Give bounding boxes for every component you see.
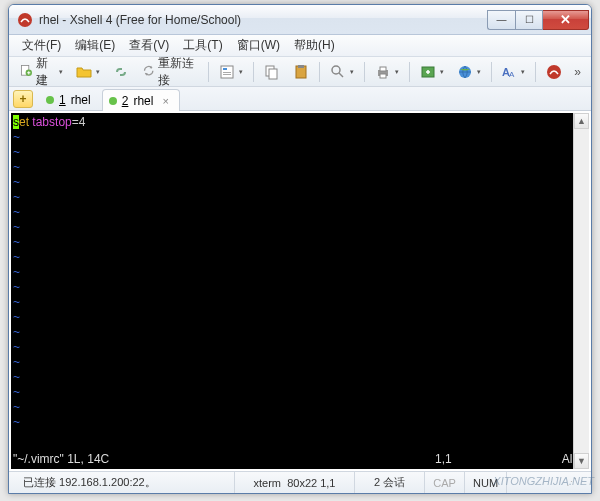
open-button[interactable]: ▾ <box>71 61 105 83</box>
tab-label: rhel <box>71 93 91 107</box>
transfer-button[interactable]: ▾ <box>415 61 449 83</box>
new-label: 新建 <box>36 55 55 89</box>
globe-icon <box>457 64 473 80</box>
separator <box>364 62 365 82</box>
maximize-button[interactable]: ☐ <box>515 10 543 30</box>
vim-file-info: "~/.vimrc" 1L, 14C <box>13 452 109 467</box>
status-dot-icon <box>46 96 54 104</box>
status-terminal: xterm 80x22 1,1 <box>235 472 355 493</box>
find-button[interactable]: ▾ <box>325 61 359 83</box>
terminal-tilde: ~ <box>13 220 589 235</box>
scroll-down-icon[interactable]: ▼ <box>574 453 589 469</box>
reconnect-icon <box>142 64 155 80</box>
terminal-tilde: ~ <box>13 310 589 325</box>
terminal-container: set tabstop=4 ~ ~ ~ ~ ~ ~ ~ ~ ~ ~ ~ ~ ~ … <box>9 111 591 471</box>
tab-1[interactable]: 1 rhel <box>39 88 102 110</box>
dropdown-icon: ▾ <box>477 68 481 76</box>
separator <box>253 62 254 82</box>
terminal-tilde: ~ <box>13 385 589 400</box>
menu-window[interactable]: 窗口(W) <box>230 35 287 56</box>
tab-number: 2 <box>122 94 129 108</box>
terminal[interactable]: set tabstop=4 ~ ~ ~ ~ ~ ~ ~ ~ ~ ~ ~ ~ ~ … <box>11 113 589 469</box>
statusbar: 已连接 192.168.1.200:22。 xterm 80x22 1,1 2 … <box>9 471 591 493</box>
menubar: 文件(F) 编辑(E) 查看(V) 工具(T) 窗口(W) 帮助(H) <box>9 35 591 57</box>
font-icon: AA <box>501 64 517 80</box>
printer-icon <box>375 64 391 80</box>
vim-status-line: "~/.vimrc" 1L, 14C 1,1 All <box>13 452 575 467</box>
print-button[interactable]: ▾ <box>370 61 404 83</box>
transfer-icon <box>420 64 436 80</box>
xshell-button[interactable] <box>541 61 567 83</box>
link-button[interactable] <box>108 61 134 83</box>
scroll-up-icon[interactable]: ▲ <box>574 113 589 129</box>
dropdown-icon: ▾ <box>96 68 100 76</box>
terminal-tilde: ~ <box>13 400 589 415</box>
paste-icon <box>293 64 309 80</box>
terminal-tilde: ~ <box>13 175 589 190</box>
copy-icon <box>264 64 280 80</box>
link-icon <box>113 64 129 80</box>
terminal-tilde: ~ <box>13 370 589 385</box>
add-tab-button[interactable]: + <box>13 90 33 108</box>
svg-text:A: A <box>509 70 515 79</box>
separator <box>409 62 410 82</box>
close-button[interactable]: ✕ <box>543 10 589 30</box>
resize-grip[interactable]: ⋰ <box>507 472 585 493</box>
font-button[interactable]: AA ▾ <box>496 61 530 83</box>
menu-tools[interactable]: 工具(T) <box>176 35 229 56</box>
terminal-tilde: ~ <box>13 190 589 205</box>
app-icon <box>17 12 33 28</box>
status-connection: 已连接 192.168.1.200:22。 <box>15 472 235 493</box>
terminal-tilde: ~ <box>13 355 589 370</box>
properties-icon <box>219 64 235 80</box>
toolbar-overflow[interactable]: » <box>570 65 585 79</box>
minimize-button[interactable]: — <box>487 10 515 30</box>
terminal-tilde: ~ <box>13 340 589 355</box>
terminal-tilde: ~ <box>13 145 589 160</box>
paste-button[interactable] <box>288 61 314 83</box>
tabbar: + 1 rhel 2 rhel × <box>9 87 591 111</box>
search-icon <box>330 64 346 80</box>
status-numlock: NUM <box>465 472 507 493</box>
separator <box>208 62 209 82</box>
terminal-tilde: ~ <box>13 235 589 250</box>
tab-close-icon[interactable]: × <box>162 95 168 107</box>
dropdown-icon: ▾ <box>239 68 243 76</box>
folder-icon <box>76 64 92 80</box>
window-controls: — ☐ ✕ <box>487 10 589 30</box>
vim-scroll-pct: All <box>535 452 575 467</box>
svg-rect-13 <box>380 67 386 71</box>
status-dot-icon <box>109 97 117 105</box>
dropdown-icon: ▾ <box>395 68 399 76</box>
terminal-tilde: ~ <box>13 295 589 310</box>
status-capslock: CAP <box>425 472 465 493</box>
menu-edit[interactable]: 编辑(E) <box>68 35 122 56</box>
separator <box>491 62 492 82</box>
titlebar: rhel - Xshell 4 (Free for Home/School) —… <box>9 5 591 35</box>
dropdown-icon: ▾ <box>59 68 63 76</box>
separator <box>535 62 536 82</box>
xshell-icon <box>546 64 562 80</box>
dropdown-icon: ▾ <box>350 68 354 76</box>
new-button[interactable]: 新建 ▾ <box>15 61 68 83</box>
menu-file[interactable]: 文件(F) <box>15 35 68 56</box>
tab-2[interactable]: 2 rhel × <box>102 89 180 111</box>
properties-button[interactable]: ▾ <box>214 61 248 83</box>
terminal-tilde: ~ <box>13 250 589 265</box>
dropdown-icon: ▾ <box>440 68 444 76</box>
toolbar: 新建 ▾ ▾ 重新连接 ▾ ▾ <box>9 57 591 87</box>
terminal-line: set tabstop=4 <box>13 115 589 130</box>
reconnect-button[interactable]: 重新连接 <box>137 61 203 83</box>
scrollbar[interactable]: ▲ ▼ <box>573 113 589 469</box>
terminal-tilde: ~ <box>13 415 589 430</box>
terminal-tilde: ~ <box>13 130 589 145</box>
svg-rect-10 <box>298 65 304 68</box>
svg-point-11 <box>332 66 340 74</box>
svg-rect-4 <box>223 68 227 70</box>
globe-button[interactable]: ▾ <box>452 61 486 83</box>
menu-help[interactable]: 帮助(H) <box>287 35 342 56</box>
terminal-tilde: ~ <box>13 325 589 340</box>
menu-view[interactable]: 查看(V) <box>122 35 176 56</box>
terminal-tilde: ~ <box>13 265 589 280</box>
copy-button[interactable] <box>259 61 285 83</box>
